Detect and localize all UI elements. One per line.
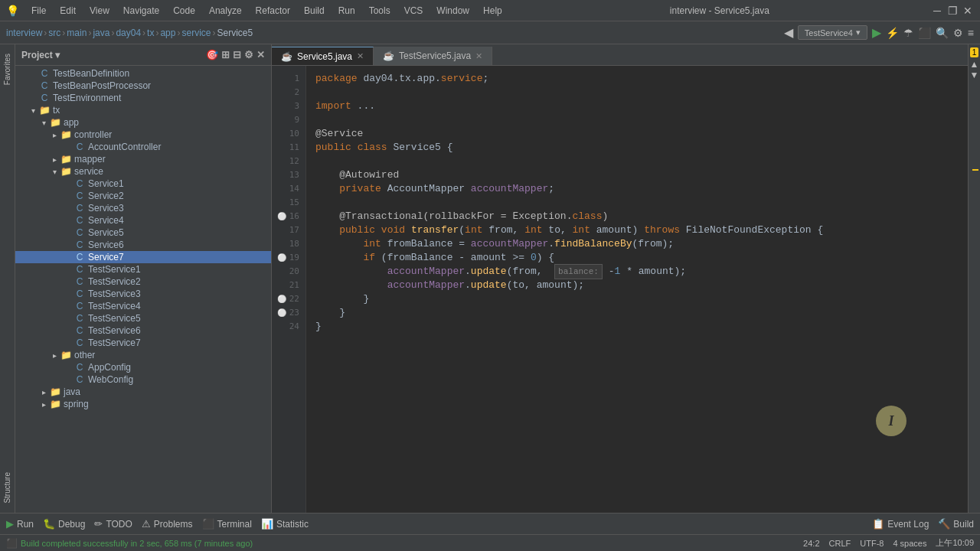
menu-refactor[interactable]: Refactor [250,4,296,18]
favorites-tab[interactable]: Favorites [2,47,13,91]
breadcrumb-day04[interactable]: day04 [116,28,141,38]
tree-item-service4[interactable]: C Service4 [15,214,271,227]
tab-testservice5[interactable]: ☕ TestService5.java ✕ [374,47,492,65]
tree-item-service[interactable]: ▾ 📁 service [15,165,271,178]
warning-up-arrow[interactable]: ▲ [970,59,979,70]
breadcrumb-service[interactable]: service [181,28,211,38]
window-controls[interactable]: ─ ❐ ✕ [931,5,974,17]
tree-item-java[interactable]: ▸ 📁 java [15,386,271,398]
tree-item-service2[interactable]: C Service2 [15,190,271,202]
tab-service5-close[interactable]: ✕ [357,51,364,61]
line-ending[interactable]: CRLF [829,539,851,548]
tree-item-appconfig[interactable]: C AppConfig [15,361,271,373]
tree-item-mapper[interactable]: ▸ 📁 mapper [15,153,271,165]
gutter-icon-22[interactable]: ⚪ [277,292,286,306]
menu-tools[interactable]: Tools [363,4,397,18]
tree-item-service7[interactable]: C Service7 [15,251,271,263]
run-config-dropdown-icon[interactable]: ▾ [856,28,861,37]
menu-file[interactable]: File [25,4,52,18]
todo-tool[interactable]: ✏ TODO [94,518,132,530]
breadcrumb-interview[interactable]: interview [6,28,42,38]
statistic-tool[interactable]: 📊 Statistic [261,518,309,530]
maximize-button[interactable]: ❐ [946,5,959,17]
settings-button[interactable]: ⚙ [953,27,963,39]
encoding[interactable]: UTF-8 [860,539,884,548]
tree-item-service1[interactable]: C Service1 [15,178,271,190]
menu-bar[interactable]: File Edit View Navigate Code Analyze Ref… [25,4,508,18]
menu-build[interactable]: Build [298,4,331,18]
code-editor[interactable]: 1 2 3 9 10 11 12 13 14 15 ⚪ 16 17 18 [272,66,968,513]
menu-code[interactable]: Code [167,4,201,18]
tree-item-spring[interactable]: ▸ 📁 spring [15,398,271,410]
run-button[interactable]: ▶ [872,25,881,40]
tab-testservice5-close[interactable]: ✕ [475,51,482,61]
breadcrumb-service5[interactable]: Service5 [217,28,253,38]
debug-tool[interactable]: 🐛 Debug [43,518,85,530]
menu-run[interactable]: Run [332,4,361,18]
structure-tab[interactable]: Structure [2,466,13,510]
tree-item-controller[interactable]: ▸ 📁 controller [15,129,271,141]
panel-expand-button[interactable]: ⊞ [221,49,230,60]
breadcrumb-tx[interactable]: tx [147,28,154,38]
breadcrumb-app[interactable]: app [160,28,175,38]
tab-service5[interactable]: ☕ Service5.java ✕ [272,47,374,65]
build-icon: 🔨 [938,518,950,530]
more-button[interactable]: ≡ [968,27,974,39]
tree-item-testservice6[interactable]: C TestService6 [15,324,271,337]
tree-item-testbeanpostprocessor[interactable]: C TestBeanPostProcessor [15,80,271,92]
gutter-icon-16[interactable]: ⚪ [277,210,286,223]
menu-window[interactable]: Window [430,4,475,18]
tree-item-testservice1[interactable]: C TestService1 [15,263,271,276]
menu-view[interactable]: View [83,4,116,18]
tree-item-testservice7[interactable]: C TestService7 [15,337,271,349]
eventlog-tool[interactable]: 📋 Event Log [872,518,929,530]
tree-item-testenvironment[interactable]: C TestEnvironment [15,92,271,104]
breadcrumb-src[interactable]: src [48,28,60,38]
statistic-label: Statistic [276,519,309,530]
menu-vcs[interactable]: VCS [398,4,430,18]
breadcrumb-java[interactable]: java [93,28,109,38]
build-tool[interactable]: 🔨 Build [938,518,974,530]
indent[interactable]: 4 spaces [893,539,926,548]
tree-item-service3[interactable]: C Service3 [15,202,271,214]
build-button[interactable]: ⚡ [886,27,899,39]
warning-down-arrow[interactable]: ▼ [970,70,979,80]
coverage-button[interactable]: ☂ [903,27,913,39]
tree-item-service6[interactable]: C Service6 [15,239,271,251]
nav-back-button[interactable]: ◀ [784,25,793,40]
terminal-tool[interactable]: ⬛ Terminal [202,518,252,530]
tree-item-tx[interactable]: ▾ 📁 tx [15,104,271,116]
tree-item-other[interactable]: ▸ 📁 other [15,349,271,361]
panel-close-button[interactable]: ✕ [256,49,265,60]
stop-button[interactable]: ⬛ [918,27,931,39]
panel-collapse-button[interactable]: ⊟ [233,49,241,60]
menu-edit[interactable]: Edit [54,4,82,18]
gutter-icon-19[interactable]: ⚪ [277,251,286,265]
tree-item-app[interactable]: ▾ 📁 app [15,116,271,129]
close-button[interactable]: ✕ [962,5,974,17]
panel-settings-button[interactable]: ⚙ [244,49,253,60]
tree-item-service5[interactable]: C Service5 [15,227,271,239]
code-content[interactable]: package day04.tx.app.service; import ...… [306,66,968,513]
panel-locate-button[interactable]: 🎯 [206,49,218,60]
run-tool[interactable]: ▶ Run [6,518,34,530]
scroll-indicator[interactable] [969,83,980,513]
tree-item-webconfig[interactable]: C WebConfig [15,373,271,386]
line-num-16: ⚪ 16 [272,210,305,223]
search-everywhere-button[interactable]: 🔍 [936,27,949,39]
tree-item-testbeandefinition[interactable]: C TestBeanDefinition [15,67,271,80]
breadcrumb-main[interactable]: main [67,28,87,38]
tree-item-testservice4[interactable]: C TestService4 [15,300,271,312]
menu-navigate[interactable]: Navigate [117,4,165,18]
tree-item-testservice5[interactable]: C TestService5 [15,312,271,324]
gutter-icon-23[interactable]: ⚪ [277,306,286,320]
menu-help[interactable]: Help [477,4,508,18]
minimize-button[interactable]: ─ [931,5,943,17]
folder-icon: 📁 [49,117,61,128]
problems-tool[interactable]: ⚠ Problems [142,518,193,530]
tree-item-accountcontroller[interactable]: C AccountController [15,141,271,153]
tree-item-testservice3[interactable]: C TestService3 [15,288,271,300]
tree-item-testservice2[interactable]: C TestService2 [15,276,271,288]
run-config-selector[interactable]: TestService4 ▾ [798,25,867,40]
menu-analyze[interactable]: Analyze [203,4,248,18]
